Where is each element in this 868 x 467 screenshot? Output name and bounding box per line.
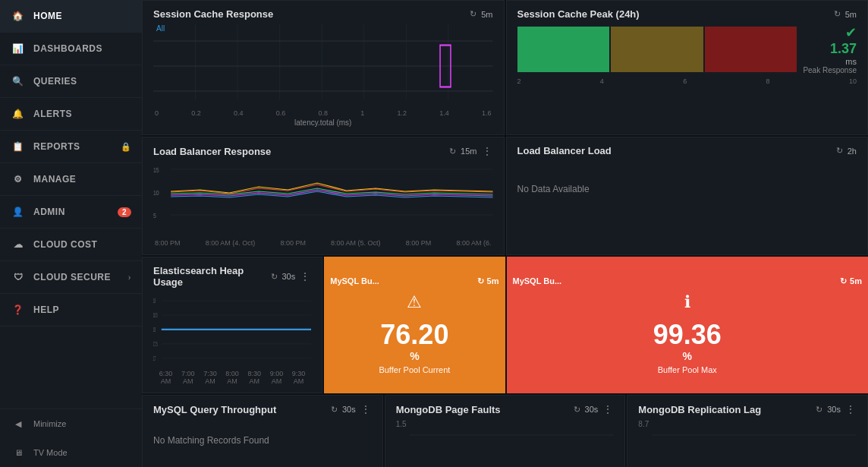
replication-chart: 8.7 <box>638 420 857 450</box>
refresh-interval: 5m <box>850 276 862 286</box>
panel-controls: ↻ 30s ⋮ <box>271 270 312 282</box>
panel-title: Session Cache Response <box>153 8 273 20</box>
time-label: 30s <box>342 405 356 414</box>
row-2: Load Balancer Response ↻ 15m ⋮ 15 10 5 <box>142 137 868 255</box>
panel-controls: ↻ 30s ⋮ <box>574 403 615 415</box>
time-label: 30s <box>585 405 599 414</box>
sidebar-item-queries[interactable]: 🔍 QUERIES <box>0 65 142 98</box>
more-options-icon[interactable]: ⋮ <box>300 270 311 282</box>
scatter-chart-area: All <box>153 24 493 127</box>
minimize-icon: ◀ <box>11 416 26 431</box>
heap-x-axis: 6:30 AM 7:00 AM 7:30 AM 8:00 AM 8:30 AM … <box>153 370 311 385</box>
tv-mode-button[interactable]: 🖥 TV Mode <box>0 438 142 467</box>
x-label-0: 0 <box>155 109 159 117</box>
time-label: 30s <box>827 405 841 414</box>
mysql-query-panel: MySQL Query Throughput ↻ 30s ⋮ No Matchi… <box>142 395 383 467</box>
alerts-icon: 🔔 <box>11 106 26 121</box>
mysql-title: MySQL Bu... <box>330 276 379 286</box>
panel-header: MongoDB Page Faults ↻ 30s ⋮ <box>396 403 615 415</box>
main-content: Session Cache Response ↻ 5m All <box>142 0 868 467</box>
peak-value: 1.37 <box>830 41 857 57</box>
refresh-icon[interactable]: ↻ <box>840 276 847 286</box>
time-label: 15m <box>461 147 476 156</box>
svg-text:17.5: 17.5 <box>153 340 158 347</box>
panel-title: Session Cache Peak (24h) <box>517 8 640 20</box>
scatter-svg <box>153 24 493 108</box>
lb-x-axis: 8:00 PM 8:00 AM (4. Oct) 8:00 PM 8:00 AM… <box>153 239 493 247</box>
time-label: 2h <box>848 147 857 156</box>
more-options-icon[interactable]: ⋮ <box>360 403 372 415</box>
sidebar-item-label: REPORTS <box>33 141 80 152</box>
sidebar-item-label: ALERTS <box>33 109 72 119</box>
dashboards-icon: 📊 <box>11 41 26 56</box>
refresh-icon[interactable]: ↻ <box>331 405 338 415</box>
x-label-6: 1.2 <box>397 109 407 117</box>
refresh-icon[interactable]: ↻ <box>834 9 841 19</box>
x-label-7: 1.4 <box>439 109 449 117</box>
more-options-icon[interactable]: ⋮ <box>482 145 493 157</box>
refresh-icon[interactable]: ↻ <box>574 405 580 415</box>
more-options-icon[interactable]: ⋮ <box>602 403 614 415</box>
sidebar-item-reports[interactable]: 📋 REPORTS 🔒 <box>0 131 142 163</box>
svg-text:19: 19 <box>153 297 156 304</box>
sidebar-item-label: MANAGE <box>33 174 76 185</box>
x-label-2: 0.4 <box>234 109 244 117</box>
mysql-desc: Buffer Pool Current <box>379 365 450 374</box>
panel-header: MongoDB Replication Lag ↻ 30s ⋮ <box>638 403 857 415</box>
faults-chart: 1.5 <box>396 420 615 450</box>
mysql-buffer-current-panel: MySQL Bu... ↻ 5m ⚠ 76.20 % Buffer Pool C… <box>324 257 505 393</box>
tv-icon: 🖥 <box>11 445 26 460</box>
mysql-value: 76.20 <box>380 321 448 349</box>
peak-x-axis: 2 4 6 8 10 <box>517 77 857 85</box>
refresh-icon[interactable]: ↻ <box>271 272 278 282</box>
cloud-cost-icon: ☁ <box>11 237 26 252</box>
sidebar-item-manage[interactable]: ⚙ MANAGE <box>0 163 142 196</box>
sidebar-item-admin[interactable]: 👤 ADMIN 2 <box>0 196 142 229</box>
svg-text:18.5: 18.5 <box>153 311 158 318</box>
svg-text:15: 15 <box>153 166 159 174</box>
sidebar-item-cloud-secure[interactable]: 🛡 CLOUD SECURE › <box>0 261 142 294</box>
panel-header: Load Balancer Load ↻ 2h <box>517 145 857 156</box>
panel-header: Elasticsearch Heap Usage ↻ 30s ⋮ <box>153 265 311 288</box>
sidebar-item-alerts[interactable]: 🔔 ALERTS <box>0 98 142 131</box>
panel-title: Load Balancer Load <box>517 145 612 156</box>
sidebar-item-label: HELP <box>33 304 59 315</box>
mongodb-faults-panel: MongoDB Page Faults ↻ 30s ⋮ 1.5 <box>385 395 626 467</box>
minimize-button[interactable]: ◀ Minimize <box>0 409 142 438</box>
reports-icon: 📋 <box>11 139 26 154</box>
no-matching-records: No Matching Records Found <box>153 420 372 461</box>
peak-content: ✔ 1.37 ms Peak Response <box>517 24 857 74</box>
refresh-icon[interactable]: ↻ <box>477 276 484 286</box>
arrow-right-icon: › <box>128 273 131 282</box>
check-icon: ✔ <box>845 24 857 41</box>
mysql-value: 99.36 <box>653 321 722 349</box>
sidebar-item-cloud-cost[interactable]: ☁ CLOUD COST <box>0 229 142 261</box>
refresh-icon[interactable]: ↻ <box>836 146 843 156</box>
sidebar-item-help[interactable]: ❓ HELP <box>0 294 142 327</box>
more-options-icon[interactable]: ⋮ <box>845 403 857 415</box>
panel-header: Load Balancer Response ↻ 15m ⋮ <box>153 145 493 157</box>
warning-icon: ⚠ <box>407 292 422 312</box>
peak-label: Peak Response <box>803 66 857 74</box>
x-axis-title: latency.total (ms) <box>153 118 493 127</box>
panel-controls: ↻ 30s ⋮ <box>816 403 857 415</box>
time-label: 5m <box>481 10 492 19</box>
lb-response-panel: Load Balancer Response ↻ 15m ⋮ 15 10 5 <box>142 137 505 255</box>
refresh-icon[interactable]: ↻ <box>470 9 476 19</box>
error-icon: ℹ <box>684 292 690 312</box>
bar-olive <box>611 27 703 72</box>
peak-bars <box>517 27 797 72</box>
minimize-label: Minimize <box>33 419 66 428</box>
y-value: 1.5 <box>396 420 407 428</box>
x-label-1: 0.2 <box>191 109 201 117</box>
sidebar-item-home[interactable]: 🏠 HOME <box>0 0 142 33</box>
session-cache-response-panel: Session Cache Response ↻ 5m All <box>142 0 505 135</box>
refresh-icon[interactable]: ↻ <box>816 405 822 415</box>
sidebar-item-dashboards[interactable]: 📊 DASHBOARDS <box>0 33 142 65</box>
home-icon: 🏠 <box>11 8 26 24</box>
admin-icon: 👤 <box>11 204 26 219</box>
refresh-icon[interactable]: ↻ <box>449 147 456 156</box>
panel-header: Session Cache Peak (24h) ↻ 5m <box>517 8 857 20</box>
panel-title: MongoDB Page Faults <box>396 404 501 415</box>
mysql-title-bar: MySQL Bu... ↻ 5m <box>513 276 863 286</box>
